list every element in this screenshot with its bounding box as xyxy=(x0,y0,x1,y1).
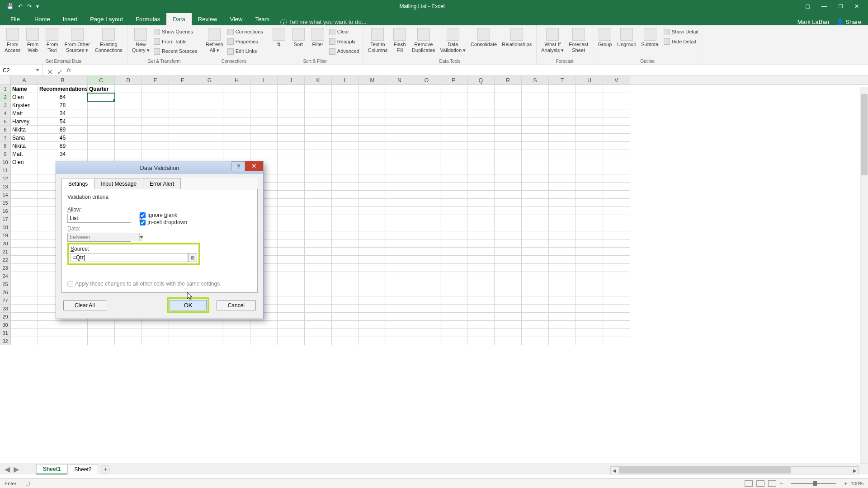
cell[interactable] xyxy=(603,223,630,231)
cell[interactable] xyxy=(38,329,88,337)
cell[interactable] xyxy=(495,150,522,158)
cell[interactable] xyxy=(495,313,522,321)
cell[interactable] xyxy=(305,256,332,264)
row-header[interactable]: 26 xyxy=(0,288,11,296)
cell[interactable] xyxy=(603,117,630,126)
cell[interactable] xyxy=(495,126,522,134)
name-box-dropdown-icon[interactable] xyxy=(36,69,39,71)
column-header[interactable]: F xyxy=(169,76,196,84)
ignore-blank-checkbox[interactable]: Ignore blank xyxy=(140,212,187,218)
cell[interactable] xyxy=(196,337,223,345)
cell[interactable] xyxy=(467,207,495,215)
sheet-nav-next-icon[interactable]: ▶ xyxy=(14,465,19,474)
cell[interactable] xyxy=(576,150,603,158)
zoom-level[interactable]: 100% xyxy=(851,481,863,486)
cell[interactable] xyxy=(278,93,305,101)
cell[interactable] xyxy=(549,272,576,280)
cell[interactable]: 78 xyxy=(38,101,88,109)
cell[interactable] xyxy=(413,264,440,272)
cell[interactable] xyxy=(549,288,576,296)
cell[interactable] xyxy=(467,191,495,199)
cell[interactable] xyxy=(11,231,38,239)
scroll-left-icon[interactable]: ◀ xyxy=(611,468,618,473)
row-header[interactable]: 25 xyxy=(0,280,11,288)
cell[interactable] xyxy=(440,321,467,329)
cell[interactable] xyxy=(332,101,359,109)
cell[interactable] xyxy=(305,85,332,93)
cell[interactable] xyxy=(522,85,549,93)
cell[interactable] xyxy=(115,134,142,142)
ribbon-button-small[interactable]: Advanced xyxy=(328,47,360,56)
cell[interactable] xyxy=(115,337,142,345)
cell[interactable] xyxy=(467,231,495,239)
cell[interactable] xyxy=(386,305,413,313)
cell[interactable] xyxy=(549,134,576,142)
cell[interactable] xyxy=(549,223,576,231)
cell[interactable] xyxy=(576,248,603,256)
cell[interactable] xyxy=(522,134,549,142)
ribbon-button[interactable]: Group xyxy=(596,27,614,48)
cell[interactable] xyxy=(332,231,359,239)
zoom-slider[interactable] xyxy=(791,483,836,484)
cell[interactable] xyxy=(359,296,386,305)
cell[interactable] xyxy=(305,223,332,231)
cell[interactable] xyxy=(440,329,467,337)
macro-record-icon[interactable]: ▢ xyxy=(25,480,30,486)
cell[interactable] xyxy=(413,223,440,231)
cell[interactable] xyxy=(603,337,630,345)
cell[interactable] xyxy=(413,109,440,117)
cell[interactable] xyxy=(278,142,305,150)
cell[interactable] xyxy=(440,101,467,109)
cell[interactable] xyxy=(38,337,88,345)
row-header[interactable]: 5 xyxy=(0,117,11,126)
cell[interactable] xyxy=(332,313,359,321)
cell[interactable] xyxy=(576,117,603,126)
cell[interactable] xyxy=(359,158,386,166)
tab-view[interactable]: View xyxy=(223,13,249,25)
cell[interactable] xyxy=(196,134,223,142)
cell[interactable] xyxy=(359,166,386,174)
cell[interactable] xyxy=(413,272,440,280)
cell[interactable] xyxy=(223,126,250,134)
cell[interactable] xyxy=(305,207,332,215)
file-tab[interactable]: File xyxy=(2,13,28,25)
cell[interactable] xyxy=(603,134,630,142)
cell[interactable] xyxy=(332,223,359,231)
cell[interactable] xyxy=(603,321,630,329)
cell[interactable] xyxy=(522,248,549,256)
cell[interactable] xyxy=(440,126,467,134)
cell[interactable] xyxy=(603,313,630,321)
cell[interactable] xyxy=(11,272,38,280)
cell[interactable] xyxy=(305,109,332,117)
cell[interactable] xyxy=(305,101,332,109)
cell[interactable] xyxy=(440,174,467,183)
cell[interactable] xyxy=(495,329,522,337)
cell[interactable] xyxy=(576,199,603,207)
cell[interactable] xyxy=(278,248,305,256)
cell[interactable] xyxy=(549,109,576,117)
cell[interactable] xyxy=(603,329,630,337)
cell[interactable] xyxy=(11,207,38,215)
cell[interactable] xyxy=(549,305,576,313)
cell[interactable] xyxy=(495,109,522,117)
cell[interactable] xyxy=(250,109,278,117)
cell[interactable] xyxy=(386,101,413,109)
row-header[interactable]: 21 xyxy=(0,248,11,256)
cell[interactable] xyxy=(495,264,522,272)
cell[interactable] xyxy=(522,305,549,313)
cell[interactable] xyxy=(11,313,38,321)
cell[interactable] xyxy=(169,321,196,329)
cell[interactable] xyxy=(115,93,142,101)
cell[interactable] xyxy=(413,215,440,223)
cell[interactable] xyxy=(169,337,196,345)
cell[interactable] xyxy=(305,313,332,321)
column-header[interactable]: S xyxy=(522,76,549,84)
cell[interactable] xyxy=(440,158,467,166)
cell[interactable] xyxy=(603,150,630,158)
cell[interactable] xyxy=(115,321,142,329)
cell[interactable] xyxy=(386,272,413,280)
cell[interactable] xyxy=(467,329,495,337)
cell[interactable] xyxy=(440,231,467,239)
cell[interactable] xyxy=(440,150,467,158)
row-header[interactable]: 31 xyxy=(0,329,11,337)
